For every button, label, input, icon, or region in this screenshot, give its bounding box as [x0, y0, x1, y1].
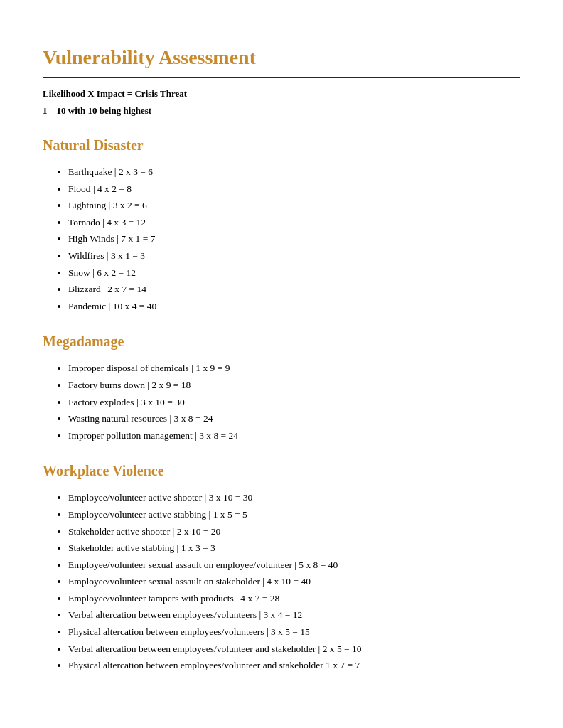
list-item: Employee/volunteer active stabbing | 1 x… — [68, 507, 520, 523]
list-item: Pandemic | 10 x 4 = 40 — [68, 299, 520, 314]
section-megadamage: Megadamage Improper disposal of chemical… — [43, 331, 520, 443]
list-item: Verbal altercation between employees/vol… — [68, 607, 520, 623]
title-divider — [43, 77, 520, 78]
natural-disaster-list: Earthquake | 2 x 3 = 6 Flood | 4 x 2 = 8… — [43, 164, 520, 314]
list-item: Stakeholder active shooter | 2 x 10 = 20 — [68, 524, 520, 540]
list-item: Employee/volunteer sexual assault on sta… — [68, 574, 520, 589]
section-natural-disaster: Natural Disaster Earthquake | 2 x 3 = 6 … — [43, 134, 520, 314]
list-item: Employee/volunteer tampers with products… — [68, 591, 520, 606]
list-item: Improper pollution management | 3 x 8 = … — [68, 428, 520, 444]
section-title-natural-disaster: Natural Disaster — [43, 134, 520, 156]
list-item: Wasting natural resources | 3 x 8 = 24 — [68, 411, 520, 427]
list-item: Wildfires | 3 x 1 = 3 — [68, 248, 520, 264]
workplace-violence-list: Employee/volunteer active shooter | 3 x … — [43, 490, 520, 673]
list-item: Employee/volunteer active shooter | 3 x … — [68, 490, 520, 505]
section-title-megadamage: Megadamage — [43, 331, 520, 352]
list-item: Physical altercation between employees/v… — [68, 658, 520, 673]
megadamage-list: Improper disposal of chemicals | 1 x 9 =… — [43, 360, 520, 443]
list-item: Improper disposal of chemicals | 1 x 9 =… — [68, 360, 520, 376]
list-item: Stakeholder active stabbing | 1 x 3 = 3 — [68, 540, 520, 556]
list-item: Lightning | 3 x 2 = 6 — [68, 198, 520, 213]
list-item: Blizzard | 2 x 7 = 14 — [68, 282, 520, 297]
list-item: Physical altercation between employees/v… — [68, 624, 520, 640]
list-item: Snow | 6 x 2 = 12 — [68, 265, 520, 281]
section-title-workplace-violence: Workplace Violence — [43, 460, 520, 481]
list-item: Flood | 4 x 2 = 8 — [68, 181, 520, 197]
list-item: Verbal altercation between employees/vol… — [68, 641, 520, 657]
section-workplace-violence: Workplace Violence Employee/volunteer ac… — [43, 460, 520, 673]
list-item: High Winds | 7 x 1 = 7 — [68, 231, 520, 247]
list-item: Factory explodes | 3 x 10 = 30 — [68, 395, 520, 410]
list-item: Factory burns down | 2 x 9 = 18 — [68, 378, 520, 393]
list-item: Tornado | 4 x 3 = 12 — [68, 215, 520, 230]
list-item: Employee/volunteer sexual assault on emp… — [68, 557, 520, 573]
page-title: Vulnerability Assessment — [43, 43, 520, 73]
formula-line1: Likelihood X Impact = Crisis Threat — [43, 87, 520, 101]
formula-line2: 1 – 10 with 10 being highest — [43, 104, 520, 118]
list-item: Earthquake | 2 x 3 = 6 — [68, 164, 520, 180]
